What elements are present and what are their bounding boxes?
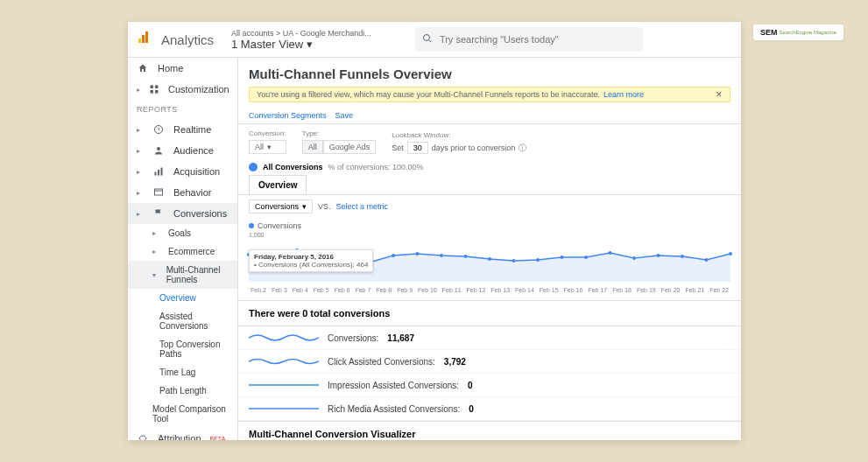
svg-rect-5 [151,86,154,89]
nav-ecommerce[interactable]: ▸Ecommerce [128,242,237,261]
reports-section-label: REPORTS [128,100,237,119]
stat-value: 3,792 [444,357,466,367]
tab-overview[interactable]: Overview [249,175,307,194]
flag-icon [152,207,165,220]
svg-rect-2 [145,32,148,43]
nav-time-lag-label: Time Lag [159,368,195,377]
help-icon[interactable]: ⓘ [519,143,526,154]
svg-point-29 [609,251,612,255]
conversions-chart: Conversions 1,000 Friday, February 5, 20… [238,221,741,300]
conversion-segments-button[interactable]: Conversion Segments [249,111,327,120]
sidebar: Home ▸ Customization REPORTS ▸ Realtime … [128,58,238,440]
type-button-group: All Google Ads [302,140,377,154]
top-bar: Analytics All accounts > UA - Google Mer… [128,22,741,58]
nav-mcf-time-lag[interactable]: Time Lag [128,363,237,382]
nav-assisted-label: Assisted Conversions [159,312,229,331]
all-conversions-row: All Conversions % of conversions: 100.00… [238,159,741,175]
attribution-icon [137,432,149,440]
tooltip-date: Friday, February 5, 2016 [254,253,368,261]
expand-icon: ▸ [137,147,144,155]
nav-attribution[interactable]: Attribution BETA [128,428,237,440]
search-icon [422,32,433,47]
nav-conversions[interactable]: ▸ Conversions [128,203,237,224]
svg-point-24 [488,257,491,261]
type-filter-label: Type: [302,130,377,137]
tooltip-value: • Conversions (All Conversions): 464 [254,261,368,269]
sem-bold: SEM [760,28,778,37]
alert-learn-more-link[interactable]: Learn more [603,90,644,99]
view-name: 1 Master View [231,38,303,51]
svg-rect-11 [155,189,163,195]
stats-heading: There were 0 total conversions [238,300,741,326]
clock-icon [152,123,165,136]
lookback-days-input[interactable] [407,142,428,154]
lookback-suffix: days prior to conversion [432,144,516,152]
select-metric-link[interactable]: Select a metric [336,202,389,211]
expand-icon: ▸ [137,86,140,94]
svg-point-22 [440,254,443,257]
acquisition-icon [152,165,165,178]
all-conversions-label: All Conversions [263,163,323,172]
nav-model-comparison[interactable]: Model Comparison Tool [128,400,237,428]
type-all-button[interactable]: All [302,140,323,154]
nav-behavior-label: Behavior [173,187,211,198]
expand-icon: ▸ [137,168,144,176]
svg-point-20 [392,254,395,257]
nav-mcf-path-length[interactable]: Path Length [128,382,237,400]
toolbar: Conversion Segments Save [238,108,741,124]
collapse-icon: ▾ [152,271,158,279]
collapse-icon: ▸ [137,210,144,218]
chart-tooltip: Friday, February 5, 2016 • Conversions (… [249,249,373,272]
nav-mcf-top-paths[interactable]: Top Conversion Paths [128,335,237,363]
nav-realtime[interactable]: ▸ Realtime [128,119,237,140]
conversion-dropdown[interactable]: All▾ [249,140,286,154]
stat-label: Rich Media Assisted Conversions: [328,404,460,414]
svg-point-10 [157,147,160,150]
behavior-icon [152,186,165,199]
nav-goals[interactable]: ▸Goals [128,224,237,242]
stat-label: Impression Assisted Conversions: [328,381,459,390]
stat-label: Click Assisted Conversions: [328,357,435,367]
nav-ecommerce-label: Ecommerce [168,247,215,256]
home-icon [137,62,149,74]
account-selector[interactable]: All accounts > UA - Google Merchandi... … [231,29,371,51]
breadcrumb: All accounts > UA - Google Merchandi... [231,29,371,38]
nav-customization-label: Customization [168,84,229,94]
beta-badge: BETA [210,436,226,441]
primary-metric-dropdown[interactable]: Conversions▾ [249,200,313,214]
search-input[interactable] [440,34,636,45]
visualizer-heading: Multi-Channel Conversion Visualizer [238,421,741,440]
nav-mcf[interactable]: ▾Multi-Channel Funnels [128,261,237,289]
svg-point-32 [681,255,684,258]
x-axis: Feb 2Feb 3Feb 4Feb 5Feb 6Feb 7Feb 8Feb 9… [249,287,730,293]
stat-row: Conversions: 11,687 [238,326,741,350]
nav-customization[interactable]: ▸ Customization [128,79,237,100]
svg-point-21 [416,252,420,256]
brand-label: Analytics [161,32,214,47]
app-window: Analytics All accounts > UA - Google Mer… [128,22,741,440]
nav-mcf-overview[interactable]: Overview [128,289,237,307]
alert-text: You're using a filtered view, which may … [257,90,600,99]
lookback-set-label: Set [392,144,404,152]
save-button[interactable]: Save [335,111,354,120]
nav-mcf-assisted[interactable]: Assisted Conversions [128,307,237,335]
svg-point-31 [657,254,660,257]
nav-overview-label: Overview [159,293,196,303]
nav-acquisition[interactable]: ▸ Acquisition [128,161,237,182]
nav-home[interactable]: Home [128,58,237,79]
nav-audience[interactable]: ▸ Audience [128,140,237,161]
close-icon[interactable]: ✕ [716,90,723,99]
pct-conversions: % of conversions: 100.00% [328,163,424,172]
y-axis-tick: 1,000 [249,232,730,238]
person-icon [152,144,165,157]
vs-label: VS. [318,202,331,211]
search-bar[interactable] [415,27,643,52]
lookback-label: Lookback Window: [392,131,526,139]
type-google-ads-button[interactable]: Google Ads [323,140,377,154]
stat-row: Impression Assisted Conversions: 0 [238,374,741,397]
svg-rect-0 [138,38,141,43]
stat-row: Click Assisted Conversions: 3,792 [238,350,741,374]
nav-behavior[interactable]: ▸ Behavior [128,182,237,203]
main-content: Multi-Channel Funnels Overview You're us… [238,58,741,440]
svg-point-30 [632,256,636,260]
